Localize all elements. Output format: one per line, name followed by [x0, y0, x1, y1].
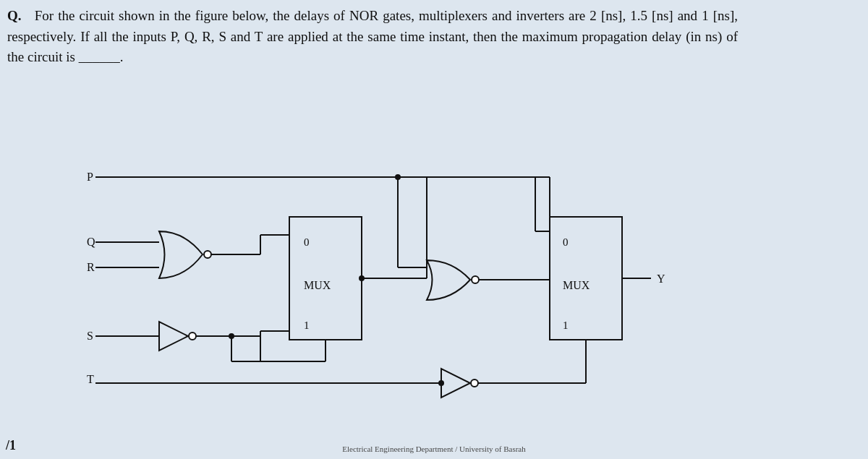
question-label: Q. — [7, 8, 22, 23]
mux1-label-mux: MUX — [304, 279, 331, 291]
main-content: Q. For the circuit shown in the figure b… — [0, 0, 868, 459]
question-text: Q. For the circuit shown in the figure b… — [7, 6, 738, 68]
buffer-s-body — [159, 322, 188, 351]
junction-mux1-out — [359, 275, 365, 281]
page-num-text: /1 — [6, 438, 16, 452]
mux2-box — [550, 217, 622, 340]
mux2-label-0: 0 — [563, 236, 569, 248]
buffer-t-bubble — [471, 379, 478, 387]
junction-p — [395, 174, 401, 180]
buffer-s-bubble — [189, 333, 196, 340]
input-p-label: P — [87, 171, 93, 183]
footer-text: Electrical Engineering Department / Univ… — [342, 445, 526, 453]
circuit-svg: text { font-family: 'Times New Roman', T… — [43, 134, 694, 408]
mux1-label-1: 1 — [304, 319, 310, 331]
circuit-diagram: text { font-family: 'Times New Roman', T… — [43, 134, 694, 408]
mux1-label-0: 0 — [304, 236, 310, 248]
nor-gate-1-bubble — [204, 251, 211, 258]
input-t-label: T — [87, 373, 94, 385]
input-q-label: Q — [87, 236, 95, 248]
question-body: For the circuit shown in the figure belo… — [7, 8, 738, 64]
mux2-label-mux: MUX — [563, 279, 590, 291]
junction-t — [438, 380, 444, 386]
nor-gate-2-body — [427, 260, 470, 300]
input-r-label: R — [87, 261, 95, 273]
nor-gate-1-body — [159, 231, 203, 278]
page-number: /1 — [6, 438, 16, 453]
input-s-label: S — [87, 330, 93, 342]
output-y-label: Y — [657, 273, 665, 285]
footer: Electrical Engineering Department / Univ… — [0, 445, 868, 453]
buffer-t-body — [441, 369, 470, 398]
mux1-box — [289, 217, 362, 340]
nor-gate-2-bubble — [472, 276, 479, 283]
mux2-label-1: 1 — [563, 319, 569, 331]
